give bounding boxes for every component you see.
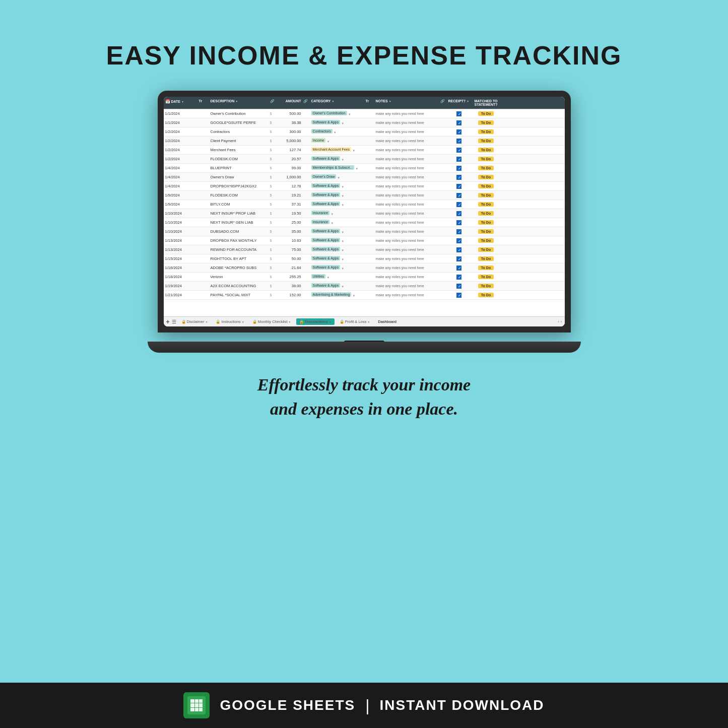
col-header-desc: DESCRIPTION ▼ — [209, 98, 270, 107]
table-row: 1/2/2024 Client Payment $ 5,000.00 Incom… — [164, 137, 565, 146]
tab-disclaimer-arrow: ▼ — [206, 320, 208, 323]
col-receipt-icon: 🔗 — [440, 98, 447, 107]
tab-dashboard[interactable]: Dashboard — [375, 318, 400, 325]
spreadsheet: 📅 DATE ▼ Tr DESCRIPTION ▼ � — [164, 97, 565, 326]
lock-icon-checklist: 🔒 — [252, 319, 257, 324]
main-title: EASY INCOME & EXPENSE TRACKING — [106, 40, 622, 71]
col-header-tr: Tr — [198, 98, 209, 107]
table-row: 1/4/2024 DROPBOX*8SPPJ42KGX2 $ 12.78 Sof… — [164, 182, 565, 191]
table-row: 1/13/2024 DROPBOX FAX MONTHLY $ 10.63 So… — [164, 236, 565, 245]
col-header-receipt: RECEIPT? ▼ — [447, 98, 471, 107]
table-row: 1/13/2024 REWIND FOR ACCOUNTA $ 75.00 So… — [164, 245, 565, 254]
footer-bar: GOOGLE SHEETS | INSTANT DOWNLOAD — [0, 683, 728, 728]
table-row: 1/18/2024 Verizon $ 255.25 Utilities ▼ m… — [164, 273, 565, 282]
spreadsheet-header: 📅 DATE ▼ Tr DESCRIPTION ▼ � — [164, 97, 565, 109]
table-row: 1/2/2024 FLODESK.COM $ 20.57 Software & … — [164, 155, 565, 164]
table-row: 1/21/2024 PAYPAL *SOCIAL MIXT $ 152.00 A… — [164, 291, 565, 300]
google-sheets-icon — [183, 692, 210, 718]
table-row: 1/15/2024 RIGHTTOOL BY APT $ 50.00 Softw… — [164, 254, 565, 263]
footer-brand: GOOGLE SHEETS — [220, 697, 355, 713]
table-row: 1/16/2024 ADOBE *ACROPRO SUBS $ 21.64 So… — [164, 263, 565, 273]
table-row: 1/2/2024 Merchant Fees $ 127.74 Merchant… — [164, 146, 565, 155]
tab-nav-left[interactable]: ‹ — [558, 319, 559, 324]
col-header-tr2: Tr — [365, 98, 374, 107]
lock-icon-profit: 🔒 — [340, 319, 344, 324]
tab-checklist-arrow: ▼ — [289, 320, 291, 323]
table-row: 1/10/2024 NEXT INSUR* GEN LIAB $ 25.00 I… — [164, 218, 565, 227]
tab-transactions-arrow: ▼ — [329, 320, 332, 323]
table-row: 1/10/2024 DUBSADO.COM $ 35.00 Software &… — [164, 227, 565, 236]
table-row: 1/4/2024 BLUEPRINT $ 99.00 Memberships &… — [164, 164, 565, 173]
subtitle: Effortlessly track your income and expen… — [257, 373, 471, 421]
gs-grid — [190, 699, 203, 711]
lock-icon-disclaimer: 🔒 — [181, 319, 186, 324]
table-row: 1/4/2024 Owner's Draw $ 1,000.00 Owner's… — [164, 173, 565, 182]
tab-transactions[interactable]: 🔒 Transactions ▼ — [296, 318, 335, 325]
tab-navigation[interactable]: ‹ › — [558, 319, 562, 324]
table-row: 1/9/2024 FLODESK.COM $ 19.21 Software & … — [164, 191, 565, 200]
tab-monthly-checklist[interactable]: 🔒 Monthly Checklist ▼ — [249, 318, 294, 325]
col-header-category: CATEGORY ▼ — [310, 98, 365, 107]
footer-cta: INSTANT DOWNLOAD — [380, 697, 545, 713]
table-row: 1/1/2024 GOOGLE*GSUITE PERFE $ 38.38 Sof… — [164, 118, 565, 127]
col-cat-icon: 🔗 — [303, 98, 310, 107]
gs-icon-inner — [187, 696, 206, 714]
col-icon-link: 🔗 — [270, 98, 277, 107]
tab-profit-loss[interactable]: 🔒 Profit & Loss ▼ — [337, 318, 373, 325]
laptop-body: 📅 DATE ▼ Tr DESCRIPTION ▼ � — [158, 91, 571, 333]
tab-profit-arrow: ▼ — [367, 320, 370, 323]
sheet-tabs-bar[interactable]: + ☰ 🔒 Disclaimer ▼ 🔒 Instructions ▼ 🔒 — [164, 316, 565, 326]
sheet-menu-icon[interactable]: ☰ — [172, 319, 176, 324]
col-header-notes: NOTES ▼ — [374, 98, 440, 107]
tab-disclaimer[interactable]: 🔒 Disclaimer ▼ — [178, 318, 211, 325]
tab-nav-right[interactable]: › — [561, 319, 562, 324]
laptop-screen: 📅 DATE ▼ Tr DESCRIPTION ▼ � — [164, 97, 565, 326]
lock-icon-transactions: 🔒 — [299, 319, 304, 324]
footer-divider: | — [365, 696, 369, 715]
table-row: 1/1/2024 Owner's Contribution $ 500.00 O… — [164, 109, 565, 118]
tab-instructions[interactable]: 🔒 Instructions ▼ — [213, 318, 247, 325]
col-header-matched: MATCHED TO STATEMENT? — [471, 98, 501, 107]
lock-icon-instructions: 🔒 — [216, 319, 220, 324]
table-row: 1/19/2024 A2X ECOM ACCOUNTING $ 38.00 So… — [164, 282, 565, 291]
spreadsheet-body: 1/1/2024 Owner's Contribution $ 500.00 O… — [164, 109, 565, 316]
table-row: 1/2/2024 Contractors $ 300.00 Contractor… — [164, 127, 565, 137]
laptop-mockup: 📅 DATE ▼ Tr DESCRIPTION ▼ � — [158, 91, 571, 353]
col-header-amount: AMOUNT — [277, 98, 303, 107]
col-header-date: 📅 DATE ▼ — [164, 98, 198, 107]
add-sheet-button[interactable]: + — [166, 318, 170, 325]
tab-instructions-arrow: ▼ — [242, 320, 244, 323]
table-row: 1/9/2024 BITLY.COM $ 37.31 Software & Ap… — [164, 200, 565, 209]
table-row: 1/10/2024 NEXT INSUR* PROF LIAB $ 19.50 … — [164, 209, 565, 218]
laptop-base — [148, 342, 581, 353]
